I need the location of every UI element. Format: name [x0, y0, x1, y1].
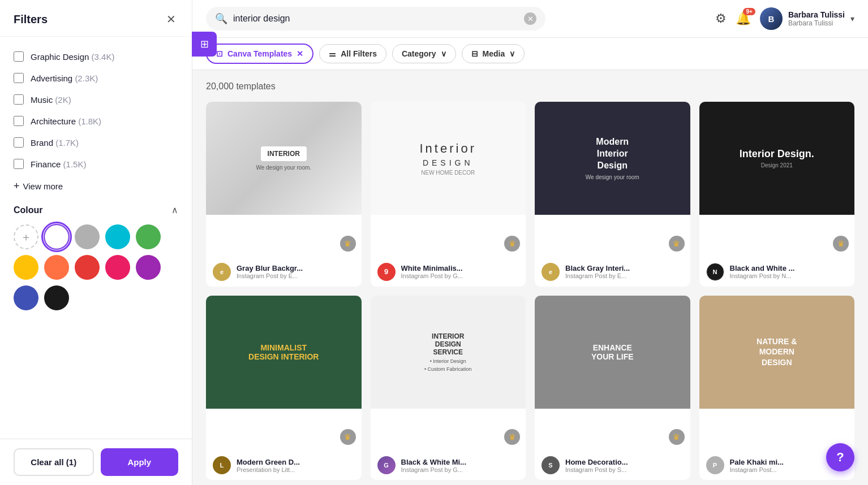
- dropdown-arrow-icon[interactable]: ▾: [850, 14, 854, 23]
- template-card[interactable]: ENHANCEYOUR LIFE ♛ S Home Decoratio... I…: [535, 296, 690, 480]
- filter-label-brand: Brand (1.7K): [31, 138, 79, 148]
- card-sub: Instagram Post by E...: [565, 272, 684, 279]
- colour-swatch-cyan[interactable]: [105, 224, 130, 249]
- top-bar-actions: ⚙ 🔔 9+ B Barbara Tulissi Barbara Tulissi…: [715, 7, 854, 30]
- template-card[interactable]: INTERIOR We design your room. ♛ e Gray B…: [206, 102, 362, 287]
- creator-avatar: 9: [377, 263, 396, 281]
- canva-templates-chip[interactable]: ⊡ Canva Templates ✕: [206, 44, 313, 64]
- crown-badge: ♛: [833, 236, 849, 252]
- results-count: 20,000 templates: [206, 81, 854, 92]
- card-text: Black and White ... Instagram Post by N.…: [730, 264, 848, 279]
- filter-item-advertising[interactable]: Advertising (2.3K): [14, 67, 178, 89]
- avatar-initials: B: [760, 7, 783, 30]
- card-sub: Presentation by Litt...: [237, 466, 355, 473]
- card-thumbnail: ModernInteriorDesign We design your room…: [535, 102, 690, 257]
- chip-close-icon[interactable]: ✕: [297, 49, 303, 58]
- filters-bar: ⊡ Canva Templates ✕ ⚌ All Filters Catego…: [192, 38, 868, 70]
- user-sub: Barbara Tulissi: [788, 19, 845, 27]
- card-text: Black & White Mi... Instagram Post by G.…: [401, 458, 519, 473]
- card-info: e Gray Blur Backgr... Instagram Post by …: [206, 257, 362, 287]
- media-chip[interactable]: ⊟ Media ∨: [462, 44, 525, 63]
- template-card[interactable]: Interior DESIGN NEW HOME DECOR ♛ 9 White…: [371, 102, 526, 287]
- purple-side-tab[interactable]: ⊞: [192, 32, 217, 57]
- category-chip[interactable]: Category ∨: [392, 44, 456, 63]
- template-card[interactable]: INTERIORDESIGNSERVICE • Interior Design …: [371, 296, 526, 480]
- chevron-up-icon[interactable]: ∧: [171, 205, 178, 215]
- colour-header: Colour ∧: [14, 205, 178, 215]
- view-more-label: View more: [23, 181, 63, 191]
- colour-swatch-red[interactable]: [75, 255, 100, 280]
- colour-title: Colour: [14, 205, 43, 215]
- creator-avatar: N: [706, 263, 724, 281]
- card-sub: Instagram Post by S...: [565, 466, 684, 473]
- view-more-button[interactable]: + View more: [14, 175, 63, 198]
- filter-item-music[interactable]: Music (2K): [14, 89, 178, 110]
- crown-badge: ♛: [340, 236, 356, 252]
- colour-swatch-white[interactable]: [44, 224, 69, 249]
- colour-swatch-gray[interactable]: [75, 224, 100, 249]
- category-label: Category: [402, 49, 436, 58]
- filter-item-graphic[interactable]: Graphic Design (3.4K): [14, 46, 178, 67]
- crown-badge: ♛: [669, 429, 685, 445]
- card-thumbnail: INTERIORDESIGNSERVICE • Interior Design …: [371, 296, 526, 451]
- colour-swatch-blue[interactable]: [14, 285, 38, 310]
- close-button[interactable]: ✕: [164, 11, 178, 27]
- card-text: Modern Green D... Presentation by Litt..…: [237, 458, 355, 473]
- card-text: Black Gray Interi... Instagram Post by E…: [565, 264, 684, 279]
- user-info[interactable]: B Barbara Tulissi Barbara Tulissi ▾: [760, 7, 854, 30]
- filter-label-advertising: Advertising (2.3K): [31, 73, 98, 83]
- filter-checkbox-graphic[interactable]: [14, 51, 24, 62]
- clear-all-button[interactable]: Clear all (1): [14, 448, 94, 476]
- crown-badge: ♛: [504, 429, 520, 445]
- avatar: B: [760, 7, 783, 30]
- filter-checkbox-finance[interactable]: [14, 159, 24, 169]
- template-card[interactable]: ModernInteriorDesign We design your room…: [535, 102, 690, 287]
- filter-item-brand[interactable]: Brand (1.7K): [14, 132, 178, 153]
- card-info: N Black and White ... Instagram Post by …: [699, 257, 855, 287]
- settings-button[interactable]: ⚙: [715, 11, 727, 26]
- filter-checkbox-music[interactable]: [14, 94, 24, 105]
- colour-add-button[interactable]: ＋: [14, 224, 38, 249]
- templates-grid: INTERIOR We design your room. ♛ e Gray B…: [206, 102, 854, 485]
- card-sub: Instagram Post by G...: [401, 466, 519, 473]
- colour-swatch-green[interactable]: [136, 224, 161, 249]
- template-card[interactable]: Interior Design. Design 2021 ♛ N Black a…: [699, 102, 855, 287]
- filter-checkbox-advertising[interactable]: [14, 73, 24, 83]
- media-label: Media: [483, 49, 505, 58]
- card-thumbnail: Interior Design. Design 2021 ♛: [699, 102, 855, 257]
- sidebar-footer: Clear all (1) Apply: [0, 439, 192, 485]
- card-title: Black Gray Interi...: [565, 264, 684, 272]
- apply-button[interactable]: Apply: [101, 448, 179, 476]
- filter-label-music: Music (2K): [31, 95, 71, 105]
- creator-avatar: G: [377, 456, 396, 474]
- card-sub: Instagram Post by N...: [730, 272, 848, 279]
- search-input[interactable]: [233, 14, 518, 24]
- filter-checkbox-brand[interactable]: [14, 137, 24, 148]
- filter-section: Graphic Design (3.4K) Advertising (2.3K)…: [0, 37, 192, 439]
- card-thumbnail: ENHANCEYOUR LIFE ♛: [535, 296, 690, 451]
- search-clear-button[interactable]: ✕: [524, 12, 536, 25]
- notifications-button[interactable]: 🔔 9+: [736, 11, 751, 26]
- colour-grid: ＋: [14, 224, 178, 310]
- help-button[interactable]: ?: [826, 443, 854, 471]
- creator-avatar: L: [213, 456, 231, 474]
- filter-label-architecture: Architecture (1.8K): [31, 116, 101, 126]
- colour-swatch-orange[interactable]: [44, 255, 69, 280]
- card-info: S Home Decoratio... Instagram Post by S.…: [535, 451, 690, 480]
- card-info: G Black & White Mi... Instagram Post by …: [371, 451, 526, 480]
- all-filters-chip[interactable]: ⚌ All Filters: [319, 44, 386, 63]
- card-title: Black & White Mi...: [401, 458, 519, 466]
- colour-swatch-pink[interactable]: [105, 255, 130, 280]
- colour-swatch-purple[interactable]: [136, 255, 161, 280]
- content-area: 20,000 templates INTERIOR We design your…: [192, 70, 868, 485]
- filter-item-architecture[interactable]: Architecture (1.8K): [14, 110, 178, 132]
- template-card[interactable]: MINIMALISTDESIGN INTERIOR ♛ L Modern Gre…: [206, 296, 362, 480]
- creator-avatar: e: [542, 263, 560, 281]
- all-filters-label: All Filters: [341, 49, 377, 58]
- colour-swatch-black[interactable]: [44, 285, 69, 310]
- filter-checkbox-architecture[interactable]: [14, 116, 24, 126]
- search-icon: 🔍: [215, 12, 227, 25]
- filter-item-finance[interactable]: Finance (1.5K): [14, 153, 178, 175]
- category-chevron-icon: ∨: [441, 49, 446, 58]
- colour-swatch-yellow[interactable]: [14, 255, 38, 280]
